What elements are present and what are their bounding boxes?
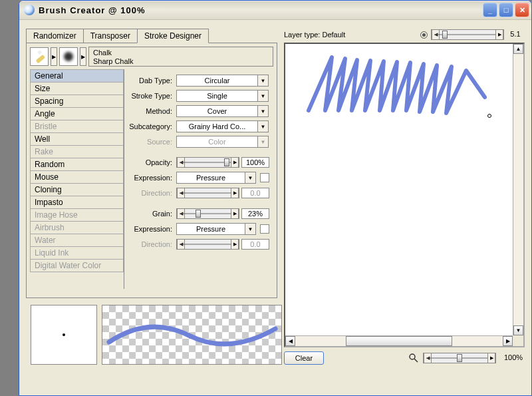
subcategory-label: Subcategory: [128, 122, 176, 130]
grain-value[interactable]: 23% [241, 208, 269, 219]
svg-rect-1 [37, 50, 42, 55]
sidebar-item-general[interactable]: General [30, 69, 124, 83]
sidebar-item-well[interactable]: Well [30, 133, 124, 146]
chevron-down-icon[interactable]: ▼ [257, 120, 269, 132]
brush-name-box: Chalk Sharp Chalk [88, 47, 273, 67]
brush-category-icon[interactable] [30, 47, 49, 66]
preview-canvas[interactable] [285, 44, 513, 335]
source-combo: Color▼ [176, 136, 258, 148]
grain-slider[interactable]: ◀▶ [176, 208, 239, 219]
chevron-down-icon[interactable]: ▼ [257, 75, 269, 87]
chevron-down-icon: ▼ [257, 136, 269, 148]
grain-expr-combo[interactable]: Pressure▼ [176, 223, 245, 235]
scroll-corner [513, 335, 523, 346]
canvas-frame: ▲ ▼ ◀▶ [284, 43, 525, 347]
property-pane: Dab Type: Circular▼ Stroke Type: Single▼… [124, 69, 273, 289]
sidebar-item-water: Water [30, 234, 124, 247]
vertical-scrollbar[interactable]: ▲ ▼ [513, 44, 523, 335]
grain-invert-checkbox[interactable] [260, 224, 269, 234]
opacity-dir-label: Direction: [128, 189, 176, 197]
stroke-type-label: Stroke Type: [128, 92, 176, 100]
source-label: Source: [128, 138, 176, 146]
sidebar-item-size[interactable]: Size [30, 83, 124, 95]
chevron-down-icon[interactable]: ▼ [245, 172, 256, 184]
stroke-preview [102, 305, 282, 365]
grain-dir-value: 0.0 [241, 239, 269, 250]
brush-variant-label: Sharp Chalk [93, 57, 269, 66]
grain-dir-slider: ◀▶ [176, 239, 239, 250]
sidebar-item-liquid-ink: Liquid Ink [30, 247, 124, 260]
svg-rect-0 [36, 55, 46, 64]
brush-creator-window: Brush Creator @ 100% _ □ ✕ Randomizer Tr… [19, 0, 532, 396]
opacity-expr-label: Expression: [128, 174, 176, 182]
svg-line-6 [414, 359, 418, 362]
dab-preview [31, 305, 97, 365]
opacity-value[interactable]: 100% [241, 157, 269, 168]
sidebar-item-mouse[interactable]: Mouse [30, 171, 124, 184]
opacity-invert-checkbox[interactable] [260, 173, 269, 182]
horizontal-scrollbar[interactable]: ◀▶ [285, 335, 513, 346]
app-icon [24, 5, 35, 15]
svg-point-4 [488, 114, 491, 118]
sidebar-item-airbrush: Airbrush [30, 222, 124, 234]
chevron-down-icon[interactable]: ▼ [257, 105, 269, 117]
window-title: Brush Creator @ 100% [39, 5, 483, 15]
client-area: Randomizer Transposer Stroke Designer ▶ … [21, 21, 529, 393]
grain-dir-label: Direction: [128, 240, 176, 248]
sidebar-item-spacing[interactable]: Spacing [30, 95, 124, 108]
size-radio[interactable] [420, 31, 428, 39]
layer-type-label: Layer type: Default [284, 31, 345, 39]
tab-stroke-designer[interactable]: Stroke Designer [137, 29, 209, 43]
tab-body: ▶ ▶ Chalk Sharp Chalk GeneralSizeSpacing… [26, 43, 277, 298]
sidebar-item-impasto[interactable]: Impasto [30, 196, 124, 209]
chevron-down-icon[interactable]: ▼ [257, 90, 269, 102]
grain-expr-label: Expression: [128, 225, 176, 233]
stroke-type-combo[interactable]: Single▼ [176, 90, 258, 102]
sidebar-item-cloning[interactable]: Cloning [30, 184, 124, 196]
opacity-dir-value: 0.0 [241, 188, 269, 198]
dab-type-combo[interactable]: Circular▼ [176, 75, 258, 87]
opacity-expr-combo[interactable]: Pressure▼ [176, 172, 245, 184]
tabs: Randomizer Transposer Stroke Designer [26, 29, 277, 43]
maximize-button[interactable]: □ [499, 3, 513, 17]
zoom-value: 100% [502, 353, 525, 363]
tab-randomizer[interactable]: Randomizer [26, 29, 84, 43]
svg-point-5 [410, 354, 415, 359]
zoom-slider[interactable]: ◀▶ [423, 353, 496, 363]
sidebar-item-angle[interactable]: Angle [30, 108, 124, 120]
close-button[interactable]: ✕ [515, 3, 529, 17]
grain-label: Grain: [128, 210, 176, 218]
method-combo[interactable]: Cover▼ [176, 105, 258, 117]
size-slider[interactable]: ◀▶ [431, 29, 504, 40]
titlebar[interactable]: Brush Creator @ 100% _ □ ✕ [19, 1, 531, 20]
tab-transposer[interactable]: Transposer [83, 29, 138, 43]
clear-button[interactable]: Clear [284, 351, 324, 365]
brush-variant-dropdown[interactable]: ▶ [80, 47, 86, 66]
minimize-button[interactable]: _ [483, 3, 497, 17]
svg-point-3 [63, 333, 65, 336]
svg-point-2 [64, 52, 73, 61]
property-sidebar: GeneralSizeSpacingAngleBristleWellRakeRa… [30, 69, 124, 289]
brush-category-label: Chalk [93, 49, 269, 57]
opacity-dir-slider: ◀▶ [176, 188, 239, 198]
sidebar-item-rake: Rake [30, 146, 124, 158]
chevron-down-icon[interactable]: ▼ [245, 223, 256, 235]
opacity-label: Opacity: [128, 158, 176, 166]
magnifier-icon [408, 353, 419, 363]
opacity-slider[interactable]: ◀▶ [176, 157, 239, 168]
method-label: Method: [128, 107, 176, 115]
brush-variant-icon[interactable] [59, 47, 78, 66]
size-value: 5.1 [506, 29, 525, 40]
left-panel: Randomizer Transposer Stroke Designer ▶ … [26, 29, 277, 298]
sidebar-item-image-hose: Image Hose [30, 209, 124, 222]
brush-category-dropdown[interactable]: ▶ [51, 47, 57, 66]
sidebar-item-digital-water-color: Digital Water Color [30, 260, 124, 272]
sidebar-item-bristle: Bristle [30, 120, 124, 133]
sidebar-item-random[interactable]: Random [30, 158, 124, 171]
right-panel: Layer type: Default ◀▶ 5.1 ▲ ▼ ◀▶ [284, 29, 525, 365]
subcategory-combo[interactable]: Grainy Hard Co...▼ [176, 120, 258, 132]
dab-type-label: Dab Type: [128, 77, 176, 85]
